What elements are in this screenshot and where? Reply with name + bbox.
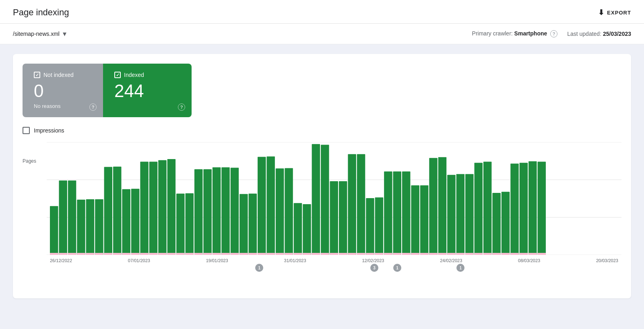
indexed-label: ✓ Indexed — [114, 72, 179, 78]
not-indexed-help-icon[interactable]: ? — [89, 103, 97, 111]
svg-rect-28 — [140, 162, 148, 255]
svg-rect-63 — [294, 253, 302, 255]
svg-rect-40 — [194, 170, 202, 255]
annotation-badge: 1 — [393, 264, 401, 272]
svg-rect-39 — [186, 253, 194, 255]
svg-rect-23 — [113, 253, 121, 255]
svg-rect-104 — [483, 162, 491, 255]
svg-rect-67 — [312, 253, 320, 255]
svg-rect-41 — [194, 253, 202, 255]
svg-rect-47 — [221, 253, 229, 255]
svg-rect-86 — [402, 172, 410, 255]
svg-rect-107 — [492, 253, 500, 255]
svg-rect-66 — [312, 144, 320, 255]
last-updated-label: Last updated: 25/03/2023 — [567, 31, 631, 37]
svg-rect-69 — [321, 253, 329, 255]
svg-rect-87 — [402, 253, 410, 255]
indexed-card[interactable]: ✓ Indexed 244 ? — [103, 64, 192, 117]
svg-rect-9 — [50, 253, 58, 255]
svg-rect-82 — [384, 172, 392, 255]
svg-rect-103 — [475, 253, 483, 255]
svg-rect-73 — [339, 253, 347, 255]
svg-rect-32 — [158, 160, 166, 255]
svg-rect-24 — [122, 189, 130, 255]
chart-container: 0100200300 — [47, 142, 621, 255]
svg-rect-61 — [285, 253, 293, 255]
svg-rect-68 — [321, 145, 329, 255]
svg-rect-88 — [411, 186, 419, 255]
svg-rect-44 — [213, 168, 221, 255]
svg-rect-50 — [239, 194, 248, 255]
svg-rect-48 — [231, 168, 239, 255]
svg-rect-16 — [86, 199, 94, 255]
svg-rect-95 — [438, 253, 446, 255]
svg-rect-110 — [510, 164, 518, 255]
svg-rect-78 — [366, 198, 374, 255]
svg-rect-102 — [475, 163, 483, 255]
svg-rect-62 — [294, 203, 302, 255]
svg-rect-38 — [186, 193, 194, 255]
svg-rect-98 — [456, 174, 464, 255]
svg-rect-49 — [231, 253, 239, 255]
annotation-badge: 1 — [456, 264, 464, 272]
annotation-badge: 1 — [255, 264, 263, 272]
x-axis-tick: 07/01/2023 — [128, 258, 150, 263]
svg-rect-64 — [303, 204, 311, 255]
svg-rect-93 — [429, 253, 437, 255]
svg-rect-17 — [86, 253, 94, 255]
not-indexed-label: ✓ Not indexed — [34, 72, 90, 78]
svg-rect-91 — [420, 253, 428, 255]
svg-rect-85 — [393, 253, 401, 255]
svg-rect-92 — [429, 158, 437, 255]
toolbar: /sitemap-news.xml ▾ Primary crawler: Sma… — [0, 24, 644, 44]
x-axis-tick: 08/03/2023 — [518, 258, 540, 263]
svg-rect-33 — [158, 253, 166, 255]
primary-crawler-label: Primary crawler: Smartphone ? — [472, 30, 558, 37]
svg-rect-21 — [104, 253, 112, 255]
svg-rect-100 — [465, 174, 473, 255]
svg-rect-59 — [276, 253, 284, 255]
indexed-help-icon[interactable]: ? — [178, 103, 185, 111]
not-indexed-card[interactable]: ✓ Not indexed 0 No reasons ? — [23, 64, 103, 117]
crawler-help-icon[interactable]: ? — [550, 30, 557, 37]
svg-rect-35 — [167, 253, 175, 255]
svg-rect-10 — [59, 181, 67, 255]
main-card: ✓ Not indexed 0 No reasons ? ✓ Indexed 2 — [13, 54, 631, 298]
svg-rect-34 — [167, 159, 175, 255]
svg-rect-80 — [375, 198, 383, 255]
svg-rect-36 — [176, 194, 184, 255]
svg-rect-97 — [447, 253, 455, 255]
svg-rect-55 — [258, 253, 266, 255]
svg-rect-52 — [249, 194, 257, 255]
x-axis-tick: 20/03/2023 — [596, 258, 618, 263]
sitemap-selector[interactable]: /sitemap-news.xml ▾ — [13, 29, 66, 38]
svg-rect-26 — [131, 189, 139, 255]
svg-rect-79 — [366, 253, 374, 255]
svg-rect-60 — [285, 168, 293, 255]
index-cards: ✓ Not indexed 0 No reasons ? ✓ Indexed 2 — [23, 64, 621, 117]
svg-rect-94 — [438, 157, 446, 255]
svg-rect-19 — [95, 253, 103, 255]
not-indexed-value: 0 — [34, 81, 90, 101]
svg-rect-99 — [456, 253, 464, 255]
svg-rect-65 — [303, 253, 311, 255]
svg-rect-18 — [95, 199, 103, 255]
page-title: Page indexing — [13, 7, 69, 18]
impressions-checkbox[interactable] — [23, 127, 30, 134]
svg-rect-27 — [131, 253, 139, 255]
export-icon: ⬇ — [598, 8, 605, 17]
svg-rect-29 — [140, 253, 148, 255]
svg-rect-111 — [510, 253, 518, 255]
impressions-label: Impressions — [34, 127, 64, 134]
svg-rect-76 — [357, 154, 365, 255]
svg-rect-105 — [483, 253, 491, 255]
svg-rect-74 — [348, 154, 356, 255]
chevron-down-icon: ▾ — [63, 29, 66, 38]
svg-rect-77 — [357, 253, 365, 255]
svg-rect-75 — [348, 253, 356, 255]
svg-rect-70 — [330, 181, 338, 255]
export-button[interactable]: ⬇ EXPORT — [598, 8, 631, 17]
svg-rect-25 — [122, 253, 130, 255]
svg-rect-116 — [538, 162, 546, 255]
svg-rect-112 — [520, 163, 528, 255]
